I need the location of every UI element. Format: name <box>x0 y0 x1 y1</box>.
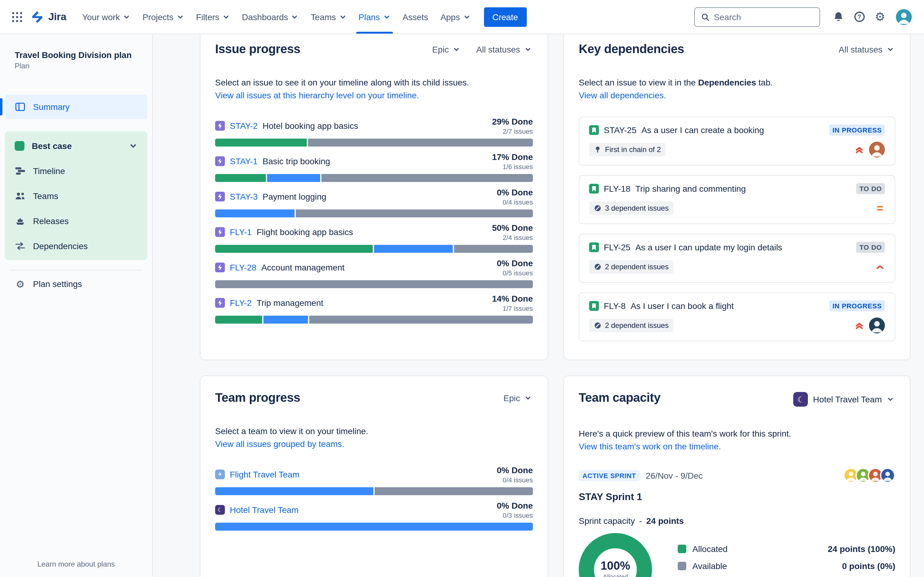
sidebar-item-plan-settings[interactable]: ⚙ Plan settings <box>5 272 147 296</box>
help-button[interactable]: ? <box>850 7 869 27</box>
scenario-selector[interactable]: Best case <box>5 133 147 158</box>
notifications-button[interactable] <box>829 7 848 27</box>
progress-todo-segment <box>309 316 533 324</box>
issue-key-link[interactable]: FLY-28 <box>230 263 256 272</box>
issue-key-link[interactable]: STAY-3 <box>230 192 258 201</box>
jira-logo[interactable]: Jira <box>31 10 66 24</box>
dependency-meta-pill: 3 dependent issues <box>589 201 674 215</box>
search-box[interactable] <box>694 7 820 27</box>
nav-item-label: Apps <box>440 12 460 22</box>
nav-item-projects[interactable]: Projects <box>136 0 190 34</box>
dependency-card[interactable]: FLY-8 As I user I can book a flight IN P… <box>579 292 895 341</box>
sidebar-item-label: Plan settings <box>33 279 82 289</box>
status-badge: TO DO <box>856 242 885 253</box>
nav-item-your-work[interactable]: Your work <box>76 0 137 34</box>
view-all-issues-link[interactable]: View all issues at this hierarchy level … <box>215 90 419 100</box>
legend-row: Allocated 24 points (100%) <box>678 544 895 554</box>
settings-button[interactable]: ⚙ <box>870 7 890 27</box>
view-all-dependencies-link[interactable]: View all dependencies. <box>579 90 666 100</box>
issue-progress-row[interactable]: FLY-2 Trip management 14% Done1/7 issues <box>215 294 533 324</box>
capacity-donut: 100% Allocated <box>579 533 652 577</box>
dependency-card[interactable]: STAY-25 As a user I can create a booking… <box>579 117 895 166</box>
chevron-down-icon <box>887 396 894 403</box>
create-button[interactable]: Create <box>484 7 527 27</box>
legend-value: 24 points (100%) <box>828 544 895 554</box>
issue-key-link[interactable]: FLY-1 <box>230 227 252 237</box>
issue-key-link[interactable]: FLY-2 <box>230 298 252 308</box>
plan-header: Travel Booking Division plan Plan <box>5 50 147 70</box>
sidebar-item-label: Teams <box>33 191 58 201</box>
team-name-link[interactable]: Hotel Travel Team <box>230 505 299 515</box>
team-icon-glyph: ☾ <box>218 507 223 513</box>
dependency-meta-text: 2 dependent issues <box>605 321 669 330</box>
story-icon <box>589 184 599 193</box>
sidebar-item-timeline[interactable]: Timeline <box>5 158 147 183</box>
issue-key-link[interactable]: STAY-2 <box>230 121 258 131</box>
team-avatar: ☾ <box>215 505 225 515</box>
team-name-link[interactable]: Flight Travel Team <box>230 469 299 479</box>
issue-progress-row[interactable]: FLY-28 Account management 0% Done0/5 iss… <box>215 258 533 288</box>
status-badge: IN PROGRESS <box>829 124 885 135</box>
epic-icon <box>215 121 225 131</box>
dependency-card[interactable]: FLY-25 As a user I can update my login d… <box>579 234 895 283</box>
sprint-capacity-line: Sprint capacity - 24 points <box>579 516 895 526</box>
team-selector-dropdown[interactable]: ☾ Hotel Travel Team <box>792 391 895 408</box>
app-switcher-icon <box>11 11 23 23</box>
status-filter-dropdown[interactable]: All statuses <box>475 42 533 57</box>
issue-progress-card: Issue progress Epic All statuses Select … <box>200 34 548 360</box>
issue-summary: Account management <box>261 263 344 272</box>
search-input[interactable] <box>714 12 813 22</box>
progress-done-segment <box>215 245 373 253</box>
view-team-work-link[interactable]: View this team's work on the timeline. <box>579 442 721 451</box>
progress-bar <box>215 174 533 182</box>
hierarchy-filter-dropdown[interactable]: Epic <box>431 42 461 57</box>
issue-progress-row[interactable]: STAY-2 Hotel booking app basics 29% Done… <box>215 117 533 147</box>
sidebar-item-teams[interactable]: Teams <box>5 183 147 208</box>
progress-bar <box>215 523 533 530</box>
hierarchy-filter-dropdown[interactable]: Epic <box>502 391 533 405</box>
sidebar-item-dependencies[interactable]: Dependencies <box>5 233 147 258</box>
progress-inprogress-segment <box>264 316 308 324</box>
dependency-card[interactable]: FLY-18 Trip sharing and commenting TO DO… <box>579 175 895 224</box>
ship-icon <box>15 215 26 226</box>
team-progress-row[interactable]: ✈ Flight Travel Team 0% Done0/4 issues <box>215 465 533 495</box>
assignee-avatar <box>869 318 885 334</box>
nav-item-filters[interactable]: Filters <box>190 0 236 34</box>
learn-more-link[interactable]: Learn more about plans <box>5 555 147 571</box>
status-badge: IN PROGRESS <box>829 300 885 311</box>
plan-type: Plan <box>15 62 137 70</box>
progress-todo-segment <box>322 174 533 182</box>
view-issues-by-team-link[interactable]: View all issues grouped by teams. <box>215 439 344 449</box>
issue-key: FLY-25 <box>604 242 630 252</box>
card-description: Select a team to view it on your timelin… <box>215 426 533 436</box>
nav-item-apps[interactable]: Apps <box>434 0 477 34</box>
nav-item-teams[interactable]: Teams <box>305 0 352 34</box>
dependency-meta-text: 3 dependent issues <box>605 204 669 213</box>
sidebar-item-releases[interactable]: Releases <box>5 208 147 233</box>
percent-done: 0% Done <box>497 465 533 475</box>
issue-progress-row[interactable]: FLY-1 Flight booking app basics 50% Done… <box>215 223 533 253</box>
issue-key-link[interactable]: STAY-1 <box>230 156 258 166</box>
issue-progress-row[interactable]: STAY-1 Basic trip booking 17% Done1/6 is… <box>215 152 533 182</box>
percent-done: 0% Done <box>497 187 533 197</box>
team-progress-row[interactable]: ☾ Hotel Travel Team 0% Done0/3 issues <box>215 501 533 530</box>
percent-done: 50% Done <box>492 223 533 233</box>
person-icon <box>881 469 894 482</box>
chevron-down-icon <box>123 13 130 21</box>
issue-count: 0/4 issues <box>497 476 533 484</box>
nav-item-dashboards[interactable]: Dashboards <box>236 0 305 34</box>
chevron-down-icon <box>129 141 137 150</box>
status-filter-dropdown[interactable]: All statuses <box>838 42 895 57</box>
nav-item-assets[interactable]: Assets <box>396 0 434 34</box>
app-switcher-button[interactable] <box>7 7 27 27</box>
card-title: Team capacity <box>579 391 661 405</box>
bell-icon <box>832 11 845 23</box>
sidebar-item-summary[interactable]: Summary <box>5 95 147 119</box>
issue-progress-row[interactable]: STAY-3 Payment logging 0% Done0/4 issues <box>215 187 533 218</box>
dependency-meta-pill: 2 dependent issues <box>589 260 674 274</box>
nav-item-label: Filters <box>196 12 220 22</box>
percent-done: 17% Done <box>492 152 533 162</box>
issue-count: 0/4 issues <box>497 198 533 206</box>
nav-item-plans[interactable]: Plans <box>352 0 396 34</box>
user-avatar[interactable] <box>896 9 912 25</box>
